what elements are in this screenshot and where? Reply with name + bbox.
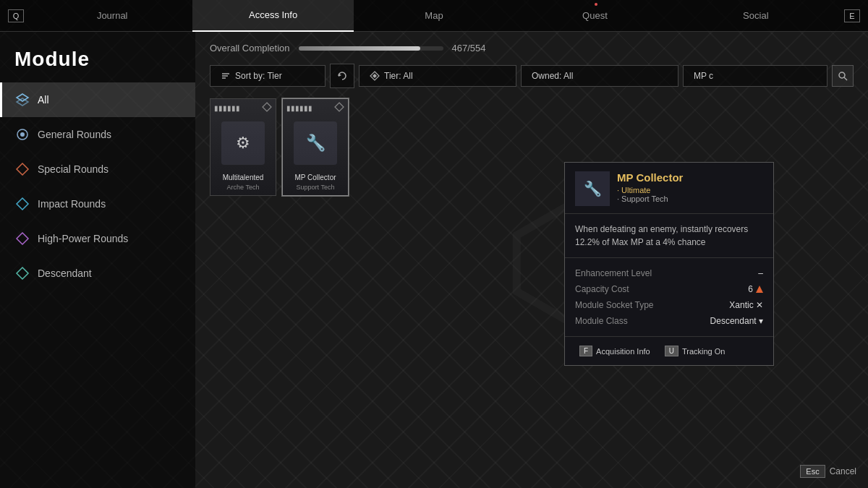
page-title: Module xyxy=(0,39,195,82)
svg-marker-7 xyxy=(17,267,28,279)
acquisition-info-button[interactable]: F Acquisition Info xyxy=(572,343,658,359)
detail-description: When defeating an enemy, instantly recov… xyxy=(565,214,773,258)
content-area: Overall Completion 467/554 Sort by: Tier xyxy=(195,32,868,488)
svg-marker-5 xyxy=(17,198,28,210)
svg-line-15 xyxy=(844,77,847,80)
card-badge xyxy=(334,102,344,114)
svg-marker-16 xyxy=(263,103,271,111)
nav-tab-access-info[interactable]: Access Info xyxy=(192,0,353,32)
completion-bar-row: Overall Completion 467/554 xyxy=(210,43,854,53)
detail-popup: 🔧 MP Collector · Ultimate · Support Tech… xyxy=(564,162,774,366)
completion-bar-fill xyxy=(299,46,420,51)
sidebar-item-general-rounds[interactable]: General Rounds xyxy=(0,117,195,152)
card-name: Multitalented xyxy=(210,171,276,184)
filter-row: Sort by: Tier Tier: All Owned: All MP c xyxy=(210,64,854,88)
search-button[interactable] xyxy=(832,65,854,87)
refresh-icon xyxy=(337,71,347,81)
owned-filter[interactable]: Owned: All xyxy=(521,65,678,87)
sidebar-item-all[interactable]: All xyxy=(0,82,195,117)
card-slots: ▮▮▮▮▮▮ xyxy=(286,102,312,114)
tracking-key: U xyxy=(665,346,678,356)
nav-key-left[interactable]: Q xyxy=(0,0,32,32)
esc-key: Esc xyxy=(800,465,825,478)
completion-label: Overall Completion xyxy=(210,43,290,53)
tracking-button[interactable]: U Tracking On xyxy=(658,343,733,359)
stat-enhancement: Enhancement Level – xyxy=(575,265,763,281)
search-value: MP c xyxy=(694,71,713,81)
detail-badge-ultimate: · Ultimate xyxy=(617,186,683,194)
nav-tab-quest[interactable]: Quest xyxy=(514,0,675,32)
search-box: MP c xyxy=(683,65,827,87)
nav-tab-journal[interactable]: Journal xyxy=(32,0,192,32)
svg-marker-11 xyxy=(339,74,341,77)
tier-filter[interactable]: Tier: All xyxy=(359,65,516,87)
card-badge xyxy=(262,102,272,114)
card-name: MP Collector xyxy=(283,171,348,184)
card-image: ⚙ xyxy=(218,118,268,168)
capacity-fire-icon xyxy=(756,286,763,293)
sidebar: Module All General Rounds xyxy=(0,32,195,488)
diamond-teal-icon xyxy=(14,265,30,281)
svg-marker-0 xyxy=(17,94,28,101)
detail-module-icon: 🔧 xyxy=(575,171,610,206)
sidebar-item-descendant[interactable]: Descendant xyxy=(0,256,195,291)
top-nav: Q Journal Access Info Map Quest Social E xyxy=(0,0,868,32)
search-icon xyxy=(838,71,848,81)
module-card-multitalented[interactable]: ▮▮▮▮▮▮ ⚙ Multitalented Arche Tech xyxy=(210,98,276,196)
main-layout: Module All General Rounds xyxy=(0,32,868,488)
stat-socket-type: Module Socket Type Xantic ✕ xyxy=(575,297,763,313)
sidebar-item-special-rounds[interactable]: Special Rounds xyxy=(0,152,195,187)
refresh-button[interactable] xyxy=(330,64,354,88)
stat-class: Module Class Descendant ▾ xyxy=(575,313,763,329)
card-slots: ▮▮▮▮▮▮ xyxy=(214,102,240,114)
sort-icon xyxy=(221,71,231,81)
completion-count: 467/554 xyxy=(452,43,486,53)
nav-key-right[interactable]: E xyxy=(836,0,868,32)
completion-bar-background xyxy=(299,46,443,51)
diamond-blue-icon xyxy=(14,196,30,212)
nav-tab-social[interactable]: Social xyxy=(676,0,836,32)
svg-marker-4 xyxy=(17,163,28,175)
card-image: 🔧 xyxy=(290,118,341,168)
diamond-orange-icon xyxy=(14,161,30,177)
diamond-purple-icon xyxy=(14,231,30,247)
circle-icon xyxy=(14,127,30,142)
card-type: Arche Tech xyxy=(210,184,276,191)
layers-icon xyxy=(14,92,30,108)
sidebar-item-high-power-rounds[interactable]: High-Power Rounds xyxy=(0,221,195,256)
tier-icon xyxy=(370,71,380,81)
stat-capacity: Capacity Cost 6 xyxy=(575,281,763,297)
sort-button[interactable]: Sort by: Tier xyxy=(210,65,326,87)
detail-stats: Enhancement Level – Capacity Cost 6 Modu… xyxy=(565,258,773,337)
svg-marker-17 xyxy=(335,103,344,111)
cancel-action[interactable]: Esc Cancel xyxy=(800,465,856,478)
svg-marker-13 xyxy=(373,74,377,78)
module-card-mp-collector[interactable]: ▮▮▮▮▮▮ 🔧 MP Collector Support Tech xyxy=(282,98,349,196)
acquisition-key: F xyxy=(579,346,592,356)
svg-point-14 xyxy=(839,72,845,78)
detail-actions: F Acquisition Info U Tracking On xyxy=(565,337,773,365)
detail-badge-type: · Support Tech xyxy=(617,194,683,203)
card-type: Support Tech xyxy=(283,184,348,191)
detail-module-name: MP Collector xyxy=(617,171,683,184)
sidebar-item-impact-rounds[interactable]: Impact Rounds xyxy=(0,187,195,221)
detail-header: 🔧 MP Collector · Ultimate · Support Tech xyxy=(565,163,773,214)
quest-notification-dot xyxy=(595,3,597,6)
cancel-label: Cancel xyxy=(830,466,856,476)
svg-marker-6 xyxy=(17,233,28,244)
svg-point-3 xyxy=(20,132,25,137)
svg-marker-1 xyxy=(17,98,28,106)
nav-tab-map[interactable]: Map xyxy=(354,0,514,32)
